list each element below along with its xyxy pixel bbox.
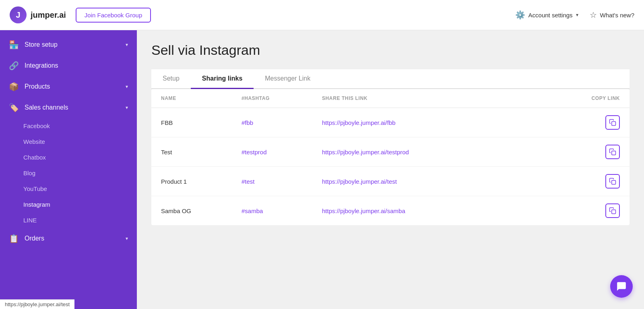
row-link[interactable]: https://pjboyle.jumper.ai/testprod bbox=[322, 149, 564, 156]
sidebar-item-orders[interactable]: 📋 Orders ▾ bbox=[0, 228, 137, 249]
sidebar-item-integrations[interactable]: 🔗 Integrations bbox=[0, 55, 137, 76]
row-hashtag[interactable]: #samba bbox=[242, 207, 322, 214]
col-copy-link-header: COPY LINK bbox=[564, 95, 620, 101]
account-settings-button[interactable]: ⚙️ Account settings ▾ bbox=[515, 10, 578, 20]
sharing-links-table: NAME #HASHTAG SHARE THIS LINK COPY LINK … bbox=[151, 89, 630, 225]
chevron-down-icon: ▾ bbox=[576, 12, 578, 18]
sidebar-item-label: Store setup bbox=[25, 41, 58, 48]
row-copy-cell bbox=[564, 115, 620, 130]
sidebar-item-label: Orders bbox=[25, 235, 44, 242]
sidebar-sub-item-label: Instagram bbox=[23, 201, 50, 208]
logo-icon: J bbox=[10, 6, 27, 23]
sidebar-item-youtube[interactable]: YouTube bbox=[0, 181, 137, 197]
copy-link-button[interactable] bbox=[605, 145, 620, 159]
chevron-down-icon: ▾ bbox=[126, 236, 128, 241]
account-settings-label: Account settings bbox=[528, 12, 573, 19]
row-copy-cell bbox=[564, 203, 620, 218]
table-row: Product 1 #test https://pjboyle.jumper.a… bbox=[151, 167, 630, 196]
sidebar-item-label: Sales channels bbox=[25, 104, 68, 111]
logo-text: jumper.ai bbox=[31, 10, 66, 20]
chevron-down-icon: ▾ bbox=[126, 84, 128, 89]
sidebar-item-sales-channels[interactable]: 🏷️ Sales channels ▾ bbox=[0, 97, 137, 118]
sidebar: 🏪 Store setup ▾ 🔗 Integrations 📦 Product… bbox=[0, 30, 137, 309]
row-link[interactable]: https://pjboyle.jumper.ai/samba bbox=[322, 207, 564, 214]
copy-link-button[interactable] bbox=[605, 203, 620, 218]
table-row: Test #testprod https://pjboyle.jumper.ai… bbox=[151, 137, 630, 167]
table-row: Samba OG #samba https://pjboyle.jumper.a… bbox=[151, 196, 630, 225]
join-facebook-group-button[interactable]: Join Facebook Group bbox=[76, 8, 151, 23]
sidebar-item-blog[interactable]: Blog bbox=[0, 165, 137, 181]
row-hashtag[interactable]: #testprod bbox=[242, 149, 322, 156]
row-hashtag[interactable]: #fbb bbox=[242, 119, 322, 126]
row-copy-cell bbox=[564, 174, 620, 189]
sidebar-item-chatbox[interactable]: Chatbox bbox=[0, 149, 137, 165]
copy-link-button[interactable] bbox=[605, 115, 620, 130]
gear-icon: ⚙️ bbox=[515, 10, 525, 20]
header-left: J jumper.ai Join Facebook Group bbox=[10, 6, 151, 23]
tab-messenger-link[interactable]: Messenger Link bbox=[254, 69, 322, 89]
tab-setup[interactable]: Setup bbox=[151, 69, 191, 89]
main-content: Sell via Instagram Setup Sharing links M… bbox=[137, 30, 644, 309]
svg-rect-3 bbox=[612, 210, 616, 214]
row-hashtag[interactable]: #test bbox=[242, 178, 322, 185]
sidebar-sub-item-label: Blog bbox=[23, 170, 35, 176]
sidebar-item-line[interactable]: LINE bbox=[0, 212, 137, 228]
chevron-down-icon: ▾ bbox=[126, 105, 128, 110]
header-right: ⚙️ Account settings ▾ ☆ What's new? bbox=[515, 10, 634, 20]
row-link[interactable]: https://pjboyle.jumper.ai/test bbox=[322, 178, 564, 185]
sidebar-item-website[interactable]: Website bbox=[0, 134, 137, 149]
sidebar-item-products[interactable]: 📦 Products ▾ bbox=[0, 76, 137, 97]
sidebar-item-label: Products bbox=[25, 83, 50, 90]
svg-rect-1 bbox=[612, 151, 616, 155]
row-name: Test bbox=[161, 149, 242, 156]
sidebar-sub-item-label: Facebook bbox=[23, 122, 50, 129]
whats-new-label: What's new? bbox=[600, 12, 634, 19]
col-name-header: NAME bbox=[161, 95, 242, 101]
products-icon: 📦 bbox=[9, 82, 19, 91]
sidebar-item-label: Integrations bbox=[25, 62, 58, 69]
status-url: https://pjboyle.jumper.ai/test bbox=[5, 301, 70, 307]
store-setup-icon: 🏪 bbox=[9, 40, 19, 50]
row-copy-cell bbox=[564, 145, 620, 159]
sidebar-sub-item-label: Chatbox bbox=[23, 154, 46, 161]
orders-icon: 📋 bbox=[9, 234, 19, 243]
star-icon: ☆ bbox=[590, 10, 597, 20]
sidebar-item-instagram[interactable]: Instagram bbox=[0, 197, 137, 212]
svg-rect-0 bbox=[612, 122, 616, 126]
sidebar-item-store-setup[interactable]: 🏪 Store setup ▾ bbox=[0, 34, 137, 55]
tabs-container: Setup Sharing links Messenger Link bbox=[151, 69, 630, 89]
sidebar-sub-item-label: LINE bbox=[23, 217, 37, 224]
sidebar-sub-item-label: YouTube bbox=[23, 185, 47, 192]
whats-new-button[interactable]: ☆ What's new? bbox=[590, 10, 634, 20]
app-header: J jumper.ai Join Facebook Group ⚙️ Accou… bbox=[0, 0, 644, 30]
chevron-down-icon: ▾ bbox=[126, 42, 128, 48]
sidebar-item-facebook[interactable]: Facebook bbox=[0, 118, 137, 134]
row-name: Samba OG bbox=[161, 207, 242, 214]
integrations-icon: 🔗 bbox=[9, 61, 19, 71]
sales-channels-icon: 🏷️ bbox=[9, 103, 19, 112]
tab-sharing-links[interactable]: Sharing links bbox=[191, 69, 254, 89]
logo: J jumper.ai bbox=[10, 6, 66, 23]
page-title: Sell via Instagram bbox=[151, 42, 630, 58]
svg-rect-2 bbox=[612, 180, 616, 185]
chat-fab-button[interactable] bbox=[610, 275, 633, 298]
row-link[interactable]: https://pjboyle.jumper.ai/fbb bbox=[322, 119, 564, 126]
sidebar-sub-item-label: Website bbox=[23, 138, 45, 145]
row-name: FBB bbox=[161, 119, 242, 126]
copy-link-button[interactable] bbox=[605, 174, 620, 189]
row-name: Product 1 bbox=[161, 178, 242, 185]
col-share-link-header: SHARE THIS LINK bbox=[322, 95, 564, 101]
status-bar: https://pjboyle.jumper.ai/test bbox=[0, 299, 74, 309]
col-hashtag-header: #HASHTAG bbox=[242, 95, 322, 101]
app-layout: 🏪 Store setup ▾ 🔗 Integrations 📦 Product… bbox=[0, 30, 644, 309]
table-header: NAME #HASHTAG SHARE THIS LINK COPY LINK bbox=[151, 89, 630, 108]
table-row: FBB #fbb https://pjboyle.jumper.ai/fbb bbox=[151, 108, 630, 137]
